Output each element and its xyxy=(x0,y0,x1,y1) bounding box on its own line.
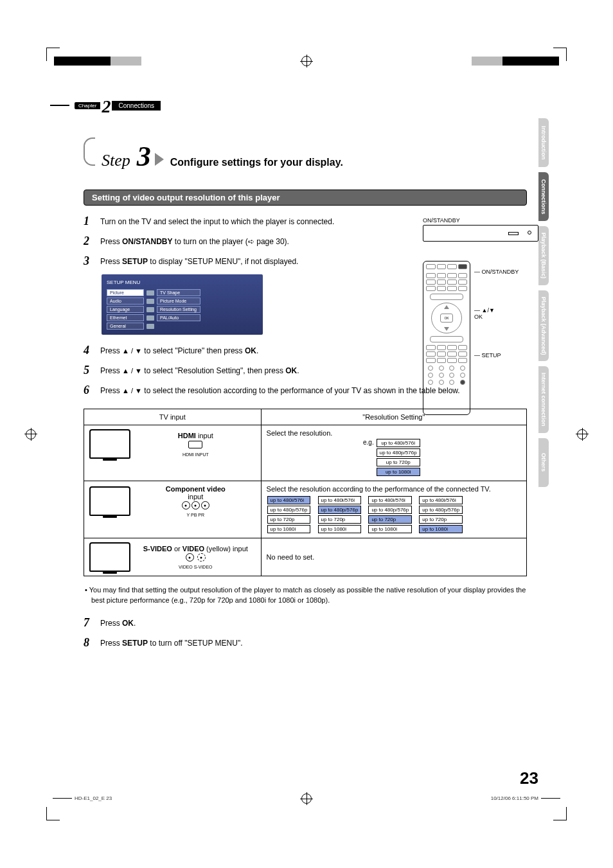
osd-title: SETUP MENU xyxy=(107,279,258,285)
tv-icon xyxy=(89,542,130,572)
step-title: Configure settings for your display. xyxy=(170,157,343,168)
res-option: up to 480i/576i xyxy=(377,439,420,447)
callout-label: — ▲/▼ OK xyxy=(474,307,519,320)
button-icon xyxy=(430,294,463,300)
page-number: 23 xyxy=(520,768,538,788)
osd-icon xyxy=(147,290,154,296)
tab-connections[interactable]: Connections xyxy=(538,172,549,221)
crop-mark-icon xyxy=(46,807,60,820)
remote-icon: OK xyxy=(423,261,470,415)
tab-others[interactable]: Others xyxy=(538,438,549,487)
osd-item: General xyxy=(107,323,144,330)
res-option: up to 480p/576p xyxy=(377,448,420,457)
osd-item: Picture Mode xyxy=(157,297,200,305)
register-mark-icon xyxy=(26,429,36,439)
table-row: HDMI input HDMI INPUT Select the resolut… xyxy=(84,425,527,481)
table-header: TV input xyxy=(84,409,262,425)
osd-item: Resolution Setting xyxy=(157,306,200,313)
registration-top xyxy=(0,55,613,67)
table-row: S-VIDEO or VIDEO (yellow) input VIDEO S-… xyxy=(84,538,527,576)
side-tabs: Introduction Connections Playback (Basic… xyxy=(538,118,549,487)
svideo-jack-icon xyxy=(197,553,206,562)
osd-item: Language xyxy=(107,306,144,313)
tab-internet-connection[interactable]: Internet connection xyxy=(538,366,549,433)
osd-item: Audio xyxy=(107,297,144,305)
page-ref-icon: ➪ xyxy=(248,237,254,246)
step-7: 7Press OK. xyxy=(84,616,527,630)
page: Chapter 2 Connections Introduction Conne… xyxy=(0,0,613,868)
chapter-header: Chapter 2 Connections xyxy=(50,95,161,116)
callout-label: — SETUP xyxy=(474,352,519,359)
hdmi-port-icon xyxy=(188,441,202,448)
player-icon xyxy=(423,225,538,242)
tab-playback-basic[interactable]: Playback (Basic) xyxy=(538,226,549,285)
osd-item: TV Shape xyxy=(157,289,200,296)
osd-item: Ethernet xyxy=(107,314,144,321)
res-option: up to 1080i xyxy=(377,468,420,476)
step-heading: Step3 Configure settings for your displa… xyxy=(84,137,527,173)
tv-icon xyxy=(89,429,130,459)
callout-label: — ON/STANDBY xyxy=(474,269,519,275)
remote-diagram: ON/STANDBY OK xyxy=(423,217,538,415)
instruction-list-3: 7Press OK. 8Press SETUP to turn off "SET… xyxy=(84,616,527,650)
updown-icon: ▲ / ▼ xyxy=(122,387,142,394)
updown-icon: ▲ / ▼ xyxy=(122,347,142,355)
diagram-label: ON/STANDBY xyxy=(423,217,538,224)
chapter-title: Connections xyxy=(112,101,161,111)
jack-icon xyxy=(182,501,190,509)
footer-right: 10/12/06 6:11:50 PM xyxy=(491,795,538,801)
down-icon xyxy=(444,327,449,331)
crop-mark-icon xyxy=(553,807,567,820)
jack-icon xyxy=(186,553,194,562)
ok-button-icon: OK xyxy=(440,314,453,323)
step-word: Step xyxy=(102,151,130,170)
step-number: 3 xyxy=(137,140,151,173)
up-icon xyxy=(444,305,449,309)
register-mark-icon xyxy=(577,429,587,439)
arrow-icon xyxy=(155,153,164,166)
updown-icon: ▲ / ▼ xyxy=(122,367,142,375)
osd-item: Picture xyxy=(107,289,144,296)
register-mark-icon xyxy=(301,56,312,66)
crop-mark-icon xyxy=(46,48,60,61)
dpad-icon: OK xyxy=(431,303,462,333)
crop-mark-icon xyxy=(553,48,567,61)
table-row: Component videoinput Y PB PR Select the … xyxy=(84,481,527,538)
osd-setup-menu: SETUP MENU Picture Audio Language Ethern… xyxy=(102,274,263,335)
tab-playback-advanced[interactable]: Playback (Advanced) xyxy=(538,290,549,362)
step-8: 8Press SETUP to turn off "SETUP MENU". xyxy=(84,636,527,650)
chapter-label: Chapter xyxy=(75,102,100,109)
chapter-number: 2 xyxy=(102,96,111,117)
footer-left: HD-E1_02_E 23 xyxy=(75,795,112,801)
tab-introduction[interactable]: Introduction xyxy=(538,118,549,167)
register-mark-icon xyxy=(301,793,312,804)
tv-icon xyxy=(89,486,130,516)
note-text: • You may find that setting the output r… xyxy=(84,585,527,606)
res-option: up to 720p xyxy=(377,458,420,466)
osd-item: PAL/Auto xyxy=(157,314,200,321)
section-title: Setting of video output resolution of th… xyxy=(84,190,527,206)
resolution-table: TV input "Resolution Setting" HDMI input… xyxy=(84,409,527,576)
